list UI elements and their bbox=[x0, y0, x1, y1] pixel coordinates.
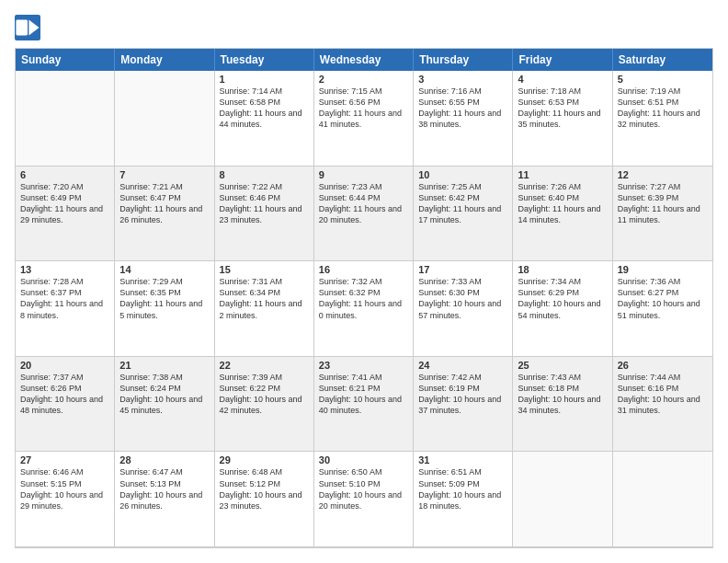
day-cell-14: 14Sunrise: 7:29 AM Sunset: 6:35 PM Dayli… bbox=[115, 261, 214, 357]
day-cell-17: 17Sunrise: 7:33 AM Sunset: 6:30 PM Dayli… bbox=[414, 261, 513, 357]
cell-content: Sunrise: 7:43 AM Sunset: 6:18 PM Dayligh… bbox=[518, 372, 607, 417]
day-cell-3: 3Sunrise: 7:16 AM Sunset: 6:55 PM Daylig… bbox=[414, 71, 513, 167]
empty-cell bbox=[513, 452, 612, 547]
cell-content: Sunrise: 7:21 AM Sunset: 6:47 PM Dayligh… bbox=[119, 181, 209, 226]
cell-content: Sunrise: 7:25 AM Sunset: 6:42 PM Dayligh… bbox=[418, 181, 507, 226]
day-cell-22: 22Sunrise: 7:39 AM Sunset: 6:22 PM Dayli… bbox=[215, 357, 314, 453]
day-cell-16: 16Sunrise: 7:32 AM Sunset: 6:32 PM Dayli… bbox=[314, 261, 414, 357]
day-header-wednesday: Wednesday bbox=[314, 49, 414, 71]
cell-content: Sunrise: 7:19 AM Sunset: 6:51 PM Dayligh… bbox=[618, 86, 708, 131]
day-number: 6 bbox=[20, 169, 109, 180]
day-cell-8: 8Sunrise: 7:22 AM Sunset: 6:46 PM Daylig… bbox=[215, 167, 314, 262]
cell-content: Sunrise: 7:38 AM Sunset: 6:24 PM Dayligh… bbox=[119, 372, 209, 417]
calendar-header: SundayMondayTuesdayWednesdayThursdayFrid… bbox=[16, 49, 712, 71]
empty-cell bbox=[115, 71, 214, 167]
day-cell-31: 31Sunrise: 6:51 AM Sunset: 5:09 PM Dayli… bbox=[414, 452, 513, 547]
day-cell-29: 29Sunrise: 6:48 AM Sunset: 5:12 PM Dayli… bbox=[215, 452, 314, 547]
logo bbox=[15, 15, 44, 40]
day-cell-11: 11Sunrise: 7:26 AM Sunset: 6:40 PM Dayli… bbox=[513, 167, 612, 262]
day-cell-24: 24Sunrise: 7:42 AM Sunset: 6:19 PM Dayli… bbox=[414, 357, 513, 453]
day-number: 12 bbox=[618, 169, 708, 180]
day-header-tuesday: Tuesday bbox=[215, 49, 314, 71]
day-cell-20: 20Sunrise: 7:37 AM Sunset: 6:26 PM Dayli… bbox=[16, 357, 115, 453]
day-cell-10: 10Sunrise: 7:25 AM Sunset: 6:42 PM Dayli… bbox=[414, 167, 513, 262]
cell-content: Sunrise: 7:34 AM Sunset: 6:29 PM Dayligh… bbox=[518, 276, 607, 321]
day-number: 29 bbox=[220, 454, 309, 465]
cell-content: Sunrise: 7:26 AM Sunset: 6:40 PM Dayligh… bbox=[518, 181, 607, 226]
day-cell-26: 26Sunrise: 7:44 AM Sunset: 6:16 PM Dayli… bbox=[613, 357, 712, 453]
cell-content: Sunrise: 7:22 AM Sunset: 6:46 PM Dayligh… bbox=[220, 181, 309, 226]
day-number: 31 bbox=[418, 454, 507, 465]
day-cell-25: 25Sunrise: 7:43 AM Sunset: 6:18 PM Dayli… bbox=[513, 357, 612, 453]
day-cell-12: 12Sunrise: 7:27 AM Sunset: 6:39 PM Dayli… bbox=[613, 167, 712, 262]
cell-content: Sunrise: 7:20 AM Sunset: 6:49 PM Dayligh… bbox=[20, 181, 109, 226]
cell-content: Sunrise: 7:16 AM Sunset: 6:55 PM Dayligh… bbox=[418, 86, 507, 131]
day-number: 2 bbox=[319, 74, 408, 85]
cell-content: Sunrise: 7:44 AM Sunset: 6:16 PM Dayligh… bbox=[618, 372, 708, 417]
day-header-saturday: Saturday bbox=[613, 49, 712, 71]
day-number: 18 bbox=[518, 264, 607, 275]
day-cell-5: 5Sunrise: 7:19 AM Sunset: 6:51 PM Daylig… bbox=[613, 71, 712, 167]
day-number: 10 bbox=[418, 169, 507, 180]
day-number: 9 bbox=[319, 169, 408, 180]
day-number: 22 bbox=[220, 360, 309, 371]
page: SundayMondayTuesdayWednesdayThursdayFrid… bbox=[0, 0, 728, 563]
cell-content: Sunrise: 7:39 AM Sunset: 6:22 PM Dayligh… bbox=[220, 372, 309, 417]
day-number: 30 bbox=[319, 454, 408, 465]
day-number: 15 bbox=[220, 264, 309, 275]
calendar: SundayMondayTuesdayWednesdayThursdayFrid… bbox=[15, 48, 713, 548]
cell-content: Sunrise: 7:42 AM Sunset: 6:19 PM Dayligh… bbox=[418, 372, 507, 417]
day-cell-19: 19Sunrise: 7:36 AM Sunset: 6:27 PM Dayli… bbox=[613, 261, 712, 357]
general-blue-icon bbox=[15, 15, 40, 40]
day-cell-18: 18Sunrise: 7:34 AM Sunset: 6:29 PM Dayli… bbox=[513, 261, 612, 357]
svg-rect-2 bbox=[16, 20, 28, 36]
empty-cell bbox=[16, 71, 115, 167]
day-number: 19 bbox=[618, 264, 708, 275]
cell-content: Sunrise: 7:31 AM Sunset: 6:34 PM Dayligh… bbox=[220, 276, 309, 321]
day-number: 24 bbox=[418, 360, 507, 371]
cell-content: Sunrise: 6:50 AM Sunset: 5:10 PM Dayligh… bbox=[319, 466, 408, 511]
calendar-body: 1Sunrise: 7:14 AM Sunset: 6:58 PM Daylig… bbox=[16, 71, 712, 547]
day-number: 26 bbox=[618, 360, 708, 371]
day-cell-15: 15Sunrise: 7:31 AM Sunset: 6:34 PM Dayli… bbox=[215, 261, 314, 357]
day-cell-9: 9Sunrise: 7:23 AM Sunset: 6:44 PM Daylig… bbox=[314, 167, 414, 262]
day-number: 28 bbox=[119, 454, 209, 465]
cell-content: Sunrise: 7:18 AM Sunset: 6:53 PM Dayligh… bbox=[518, 86, 607, 131]
day-cell-23: 23Sunrise: 7:41 AM Sunset: 6:21 PM Dayli… bbox=[314, 357, 414, 453]
cell-content: Sunrise: 7:37 AM Sunset: 6:26 PM Dayligh… bbox=[20, 372, 109, 417]
day-header-monday: Monday bbox=[115, 49, 214, 71]
day-number: 5 bbox=[618, 74, 708, 85]
day-number: 16 bbox=[319, 264, 408, 275]
cell-content: Sunrise: 7:33 AM Sunset: 6:30 PM Dayligh… bbox=[418, 276, 507, 321]
day-number: 11 bbox=[518, 169, 607, 180]
day-number: 25 bbox=[518, 360, 607, 371]
day-cell-27: 27Sunrise: 6:46 AM Sunset: 5:15 PM Dayli… bbox=[16, 452, 115, 547]
cell-content: Sunrise: 7:32 AM Sunset: 6:32 PM Dayligh… bbox=[319, 276, 408, 321]
day-cell-4: 4Sunrise: 7:18 AM Sunset: 6:53 PM Daylig… bbox=[513, 71, 612, 167]
cell-content: Sunrise: 7:41 AM Sunset: 6:21 PM Dayligh… bbox=[319, 372, 408, 417]
day-number: 21 bbox=[119, 360, 209, 371]
day-number: 13 bbox=[20, 264, 109, 275]
day-cell-13: 13Sunrise: 7:28 AM Sunset: 6:37 PM Dayli… bbox=[16, 261, 115, 357]
cell-content: Sunrise: 7:14 AM Sunset: 6:58 PM Dayligh… bbox=[220, 86, 309, 131]
day-header-thursday: Thursday bbox=[414, 49, 513, 71]
empty-cell bbox=[613, 452, 712, 547]
cell-content: Sunrise: 6:51 AM Sunset: 5:09 PM Dayligh… bbox=[418, 466, 507, 511]
day-number: 23 bbox=[319, 360, 408, 371]
cell-content: Sunrise: 7:27 AM Sunset: 6:39 PM Dayligh… bbox=[618, 181, 708, 226]
cell-content: Sunrise: 6:46 AM Sunset: 5:15 PM Dayligh… bbox=[20, 466, 109, 511]
day-number: 3 bbox=[418, 74, 507, 85]
day-number: 8 bbox=[220, 169, 309, 180]
cell-content: Sunrise: 6:47 AM Sunset: 5:13 PM Dayligh… bbox=[119, 466, 209, 511]
day-cell-2: 2Sunrise: 7:15 AM Sunset: 6:56 PM Daylig… bbox=[314, 71, 414, 167]
day-cell-1: 1Sunrise: 7:14 AM Sunset: 6:58 PM Daylig… bbox=[215, 71, 314, 167]
day-header-friday: Friday bbox=[513, 49, 612, 71]
cell-content: Sunrise: 7:23 AM Sunset: 6:44 PM Dayligh… bbox=[319, 181, 408, 226]
header bbox=[15, 15, 713, 40]
day-number: 27 bbox=[20, 454, 109, 465]
day-number: 1 bbox=[220, 74, 309, 85]
cell-content: Sunrise: 7:29 AM Sunset: 6:35 PM Dayligh… bbox=[119, 276, 209, 321]
cell-content: Sunrise: 7:28 AM Sunset: 6:37 PM Dayligh… bbox=[20, 276, 109, 321]
cell-content: Sunrise: 6:48 AM Sunset: 5:12 PM Dayligh… bbox=[220, 466, 309, 511]
day-number: 7 bbox=[119, 169, 209, 180]
